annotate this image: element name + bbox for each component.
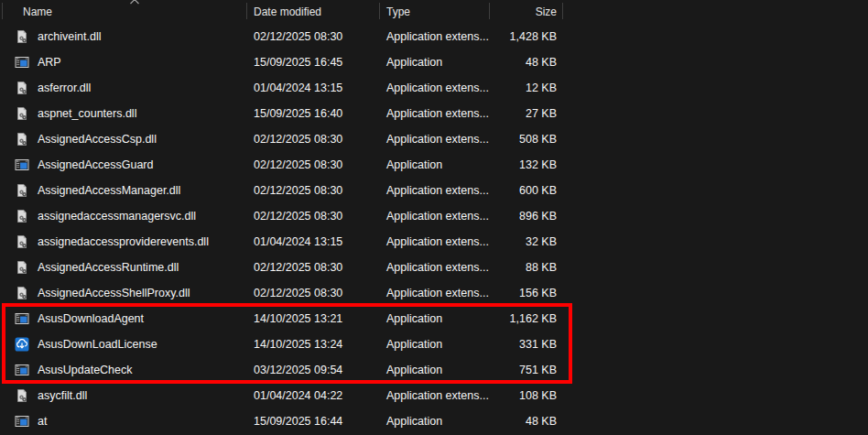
file-name: asferror.dll	[38, 82, 91, 94]
file-row[interactable]: at 15/09/2025 16:44 Application 48 KB	[0, 408, 868, 434]
file-name: assignedaccessmanagersvc.dll	[38, 210, 196, 223]
file-name-cell: archiveint.dll	[0, 24, 247, 49]
file-name: archiveint.dll	[38, 30, 101, 43]
file-type-cell: Application extens...	[380, 203, 490, 229]
file-type: Application	[386, 312, 442, 325]
file-size-cell: 1,428 KB	[490, 24, 563, 49]
file-type-cell: Application	[380, 408, 490, 434]
file-name: AssignedAccessShellProxy.dll	[38, 287, 190, 299]
file-size-cell: 600 KB	[490, 178, 563, 203]
file-row[interactable]: AsusDownloadAgent 14/10/2025 13:21 Appli…	[0, 306, 868, 332]
file-date-cell: 15/09/2025 16:40	[247, 101, 380, 126]
file-type: Application	[386, 158, 442, 171]
file-date-modified: 02/12/2025 08:30	[254, 133, 342, 146]
file-row[interactable]: assignedaccessproviderevents.dll 01/04/2…	[0, 229, 868, 255]
file-date-cell: 14/10/2025 13:21	[247, 306, 380, 332]
file-name: AsusDownLoadLicense	[38, 338, 157, 351]
file-name-cell: at	[0, 408, 247, 434]
file-size: 331 KB	[519, 338, 557, 351]
file-date-cell: 01/04/2024 13:15	[247, 75, 380, 101]
file-row[interactable]: aspnet_counters.dll 15/09/2025 16:40 App…	[0, 101, 868, 126]
file-type: Application	[386, 364, 442, 376]
file-date-cell: 01/04/2024 13:15	[247, 229, 380, 255]
file-size: 88 KB	[526, 261, 557, 274]
file-date-cell: 02/12/2025 08:30	[247, 24, 380, 49]
dll-file-icon	[15, 286, 29, 300]
file-date-cell: 02/12/2025 08:30	[247, 280, 380, 306]
file-row[interactable]: AssignedAccessGuard 02/12/2025 08:30 App…	[0, 152, 868, 178]
file-type-cell: Application	[380, 357, 490, 383]
file-row[interactable]: AssignedAccessManager.dll 02/12/2025 08:…	[0, 178, 868, 203]
dll-file-icon	[15, 260, 29, 275]
file-size: 32 KB	[526, 235, 557, 248]
file-name-cell: AsusDownLoadLicense	[0, 332, 247, 357]
file-size: 48 KB	[526, 56, 557, 69]
file-row[interactable]: ARP 15/09/2025 16:45 Application 48 KB	[0, 49, 868, 75]
file-size-cell: 508 KB	[490, 126, 563, 152]
column-header-size-label: Size	[536, 5, 557, 18]
file-size: 751 KB	[519, 364, 557, 376]
file-type: Application extens...	[386, 184, 489, 197]
file-size: 48 KB	[526, 415, 557, 428]
column-header-name[interactable]: Name	[0, 0, 247, 24]
file-type-cell: Application extens...	[380, 255, 490, 280]
file-type: Application extens...	[386, 235, 489, 248]
file-type-cell: Application extens...	[380, 229, 490, 255]
file-type: Application extens...	[386, 389, 489, 402]
file-row[interactable]: asferror.dll 01/04/2024 13:15 Applicatio…	[0, 75, 868, 101]
file-date-modified: 02/12/2025 08:30	[254, 261, 342, 274]
file-explorer-window: Name Date modified Type Size archiveint.…	[0, 0, 868, 435]
file-type-cell: Application extens...	[380, 178, 490, 203]
file-size: 27 KB	[526, 107, 557, 120]
dll-file-icon	[15, 81, 29, 95]
file-type-cell: Application	[380, 332, 490, 357]
file-date-modified: 02/12/2025 08:30	[254, 184, 342, 197]
dll-file-icon	[15, 106, 29, 121]
sort-ascending-icon	[129, 0, 140, 5]
file-size: 12 KB	[526, 82, 557, 94]
file-type-cell: Application extens...	[380, 75, 490, 101]
column-header-size[interactable]: Size	[490, 0, 563, 24]
application-icon	[15, 414, 29, 429]
file-size-cell: 1,162 KB	[490, 306, 563, 332]
dll-file-icon	[15, 234, 29, 249]
file-row[interactable]: AssignedAccessShellProxy.dll 02/12/2025 …	[0, 280, 868, 306]
file-date-modified: 01/04/2024 13:15	[254, 82, 342, 94]
file-size-cell: 48 KB	[490, 408, 563, 434]
file-row[interactable]: AsusUpdateCheck 03/12/2025 09:54 Applica…	[0, 357, 868, 383]
file-date-modified: 15/09/2025 16:40	[254, 107, 342, 120]
column-header-name-label: Name	[23, 5, 52, 18]
file-date-modified: 02/12/2025 08:30	[254, 30, 342, 43]
file-name-cell: AssignedAccessRuntime.dll	[0, 255, 247, 280]
file-name: AssignedAccessCsp.dll	[38, 133, 157, 146]
column-header-type[interactable]: Type	[380, 0, 490, 24]
file-row[interactable]: asycfilt.dll 01/04/2024 04:22 Applicatio…	[0, 383, 868, 408]
file-size: 108 KB	[519, 389, 557, 402]
file-name: ARP	[38, 56, 61, 69]
column-header-date-modified[interactable]: Date modified	[247, 0, 380, 24]
file-name-cell: AssignedAccessShellProxy.dll	[0, 280, 247, 306]
file-type: Application	[386, 338, 442, 351]
file-row[interactable]: assignedaccessmanagersvc.dll 02/12/2025 …	[0, 203, 868, 229]
file-size-cell: 751 KB	[490, 357, 563, 383]
file-size-cell: 12 KB	[490, 75, 563, 101]
file-date-cell: 15/09/2025 16:44	[247, 408, 380, 434]
file-size: 1,162 KB	[510, 312, 557, 325]
file-row[interactable]: archiveint.dll 02/12/2025 08:30 Applicat…	[0, 24, 868, 49]
dll-file-icon	[15, 29, 29, 44]
file-name-cell: AssignedAccessGuard	[0, 152, 247, 178]
file-date-cell: 02/12/2025 08:30	[247, 152, 380, 178]
file-row[interactable]: AssignedAccessRuntime.dll 02/12/2025 08:…	[0, 255, 868, 280]
file-row[interactable]: AssignedAccessCsp.dll 02/12/2025 08:30 A…	[0, 126, 868, 152]
file-date-modified: 15/09/2025 16:44	[254, 415, 342, 428]
column-header-row: Name Date modified Type Size	[0, 0, 868, 24]
file-type-cell: Application extens...	[380, 101, 490, 126]
file-date-cell: 02/12/2025 08:30	[247, 178, 380, 203]
file-type-cell: Application extens...	[380, 126, 490, 152]
file-type: Application extens...	[386, 107, 489, 120]
file-date-modified: 02/12/2025 08:30	[254, 158, 342, 171]
file-size: 508 KB	[519, 133, 557, 146]
file-date-cell: 01/04/2024 04:22	[247, 383, 380, 408]
file-size-cell: 48 KB	[490, 49, 563, 75]
file-row[interactable]: AsusDownLoadLicense 14/10/2025 13:24 App…	[0, 332, 868, 357]
